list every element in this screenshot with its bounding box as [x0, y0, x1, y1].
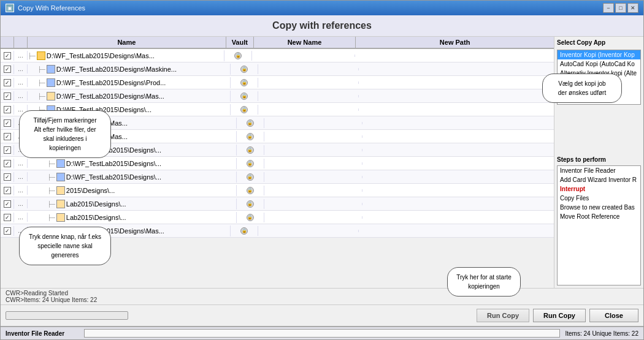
checkbox[interactable]: [4, 119, 11, 127]
horizontal-scrollbar[interactable]: [6, 311, 128, 320]
step-inventor-reader[interactable]: Inventor File Reader: [558, 166, 640, 175]
row-newname: [264, 203, 363, 205]
row-name: ├─ Lab2015\Designs\...: [28, 198, 237, 210]
checkbox[interactable]: [4, 66, 11, 73]
table-row[interactable]: ... ├─ 2015\Designs\... 🔒: [1, 184, 554, 197]
row-check[interactable]: [1, 105, 14, 115]
table-row[interactable]: ... ├─ Lab2015\Designs\... 🔒: [1, 211, 554, 224]
col-name: Name: [28, 37, 226, 48]
checkbox[interactable]: [4, 146, 11, 154]
row-dots[interactable]: ...: [14, 64, 28, 74]
step-add-card[interactable]: Add Card Wizard Inventor R: [558, 175, 640, 184]
row-dots[interactable]: ...: [14, 199, 28, 208]
checkbox[interactable]: [4, 214, 11, 221]
table-row[interactable]: ... ├─ D:\WF_TestLab2015\Designs\Mas... …: [1, 89, 554, 103]
checkbox[interactable]: [4, 52, 11, 59]
row-check[interactable]: [1, 172, 14, 182]
step-browse[interactable]: Browse to new created Bas: [558, 203, 640, 212]
row-check[interactable]: [1, 226, 14, 236]
run-copy-button-active[interactable]: Run Copy: [533, 309, 586, 322]
maximize-button[interactable]: □: [615, 3, 626, 13]
lock-icon: 🔒: [247, 187, 254, 194]
row-name: ├─ D:\WF_TestLab2015\Designs\...: [28, 158, 237, 169]
lock-icon: 🔒: [240, 66, 248, 73]
checkbox[interactable]: [4, 227, 11, 235]
checkbox[interactable]: [4, 79, 11, 86]
row-check[interactable]: [1, 159, 14, 168]
step-copy-files[interactable]: Copy Files: [558, 194, 640, 203]
row-check[interactable]: [1, 199, 14, 209]
copy-app-item-autocad[interactable]: AutoCad Kopi (AutoCad Ko: [558, 59, 640, 69]
minimize-button[interactable]: −: [603, 3, 614, 13]
row-newpath: [362, 216, 554, 219]
file-icon: [47, 78, 55, 87]
row-dots[interactable]: ...: [14, 172, 28, 181]
row-newpath: [362, 176, 554, 178]
row-dots[interactable]: ...: [14, 186, 28, 195]
main-window: ▣ Copy With References − □ ✕ Copy with r…: [0, 0, 644, 340]
row-dots[interactable]: ...: [14, 91, 28, 100]
checkbox[interactable]: [4, 160, 11, 167]
table-row[interactable]: ... ├─ D:\WF_TestLab2015\Designs\Maskine…: [1, 62, 554, 76]
run-copy-button[interactable]: Run Copy: [477, 309, 529, 322]
checkbox[interactable]: [4, 93, 11, 100]
close-button[interactable]: Close: [589, 309, 638, 322]
row-check[interactable]: [1, 51, 14, 61]
row-check[interactable]: [1, 213, 14, 222]
step-interrupt[interactable]: Interrupt: [558, 184, 640, 194]
row-dots[interactable]: ...: [14, 51, 28, 60]
row-newname: [258, 68, 359, 70]
row-vault: 🔒: [231, 91, 258, 101]
taskbar: Inventor File Reader Items: 24 Unique It…: [1, 326, 643, 339]
row-check[interactable]: [1, 145, 14, 155]
file-icon: [56, 186, 65, 195]
table-row[interactable]: ... ├─ D:\WF_TestLab2015\Designs\Mas... …: [1, 49, 554, 62]
close-button[interactable]: ✕: [627, 3, 638, 13]
row-check[interactable]: [1, 78, 14, 88]
row-dots[interactable]: ...: [14, 78, 28, 87]
row-dots[interactable]: ...: [14, 213, 28, 222]
file-icon: [47, 92, 55, 100]
checkbox[interactable]: [4, 173, 11, 181]
checkbox[interactable]: [4, 187, 11, 194]
row-newname: [264, 122, 363, 124]
status-line1: CWR>Reading Started: [6, 290, 638, 297]
row-dots[interactable]: ...: [14, 159, 28, 168]
taskbar-label: Inventor File Reader: [6, 330, 79, 337]
checkbox[interactable]: [4, 133, 11, 140]
tooltip-names: Tryk denne knap, når f.eksspecielle navn…: [19, 227, 111, 265]
lock-icon: 🔒: [247, 119, 254, 127]
row-check[interactable]: [1, 64, 14, 74]
copy-app-item-inventor[interactable]: Inventor Kopi (Inventor Kop: [558, 50, 640, 59]
checkbox[interactable]: [4, 200, 11, 208]
row-newname: [252, 55, 355, 57]
row-newname: [264, 189, 363, 192]
row-check[interactable]: [1, 132, 14, 142]
row-check[interactable]: [1, 118, 14, 128]
file-icon: [56, 213, 65, 222]
table-row[interactable]: ... ├─ D:\WF_TestLab2015\Designs\... 🔒: [1, 170, 554, 184]
lock-icon: 🔒: [234, 52, 242, 59]
row-vault: 🔒: [231, 64, 258, 74]
row-newpath: [362, 162, 554, 165]
row-newname: [264, 149, 363, 151]
row-newname: [258, 81, 359, 84]
row-newpath: [362, 203, 554, 205]
col-new-name: New Name: [254, 37, 356, 48]
table-row[interactable]: ... ├─ D:\WF_TestLab2015\Designs\... 🔒: [1, 157, 554, 170]
title-bar: ▣ Copy With References − □ ✕: [1, 1, 643, 15]
step-move-root[interactable]: Move Root Reference: [558, 212, 640, 221]
scrollbar-area: [6, 311, 128, 320]
row-check[interactable]: [1, 91, 14, 101]
lock-icon: 🔒: [247, 214, 254, 221]
row-newpath: [359, 81, 554, 84]
file-icon: [56, 159, 65, 168]
table-row[interactable]: ... ├─ Lab2015\Designs\... 🔒: [1, 197, 554, 211]
checkbox[interactable]: [4, 106, 11, 113]
row-newpath: [362, 149, 554, 151]
table-row[interactable]: ... ├─ D:\WF_TestLab2015\Designs\Prod...…: [1, 76, 554, 89]
row-newpath: [362, 122, 554, 124]
row-check[interactable]: [1, 186, 14, 195]
col-dots: [14, 37, 28, 48]
row-name: ├─ D:\WF_TestLab2015\Designs\Prod...: [28, 77, 231, 88]
